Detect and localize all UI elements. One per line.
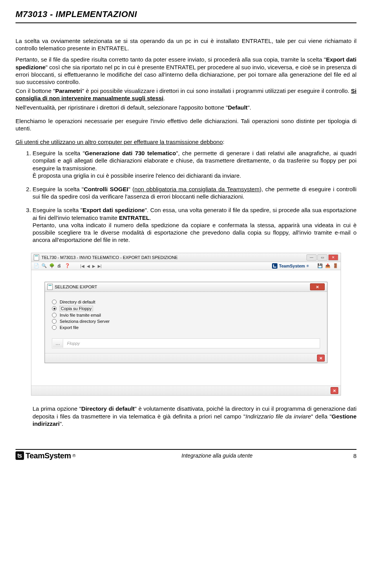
radio-export-file[interactable]: Export file <box>52 325 320 330</box>
radio-icon <box>52 306 57 311</box>
nav-prev-icon[interactable]: ◀ <box>87 264 90 268</box>
nav-last-icon[interactable]: ▶| <box>98 264 102 268</box>
embedded-screenshot: TEL730 - M73013 - INVIO TELEMATICO - EXP… <box>31 253 341 396</box>
dialog-close-button[interactable]: ✕ <box>310 283 325 290</box>
dialog-cancel-button[interactable]: ✕ <box>317 355 325 362</box>
radio-invio-email[interactable]: Invio file tramite email <box>52 313 320 317</box>
dialog-icon <box>47 284 53 290</box>
toolbar-icon-save[interactable]: 💾 <box>317 263 323 269</box>
dialog-statusbar: ✕ <box>45 353 327 363</box>
step-2: Eseguire la scelta "Controlli SOGEI" (no… <box>33 185 356 200</box>
footer-title: Integrazione alla guida utente <box>93 453 341 459</box>
floppy-label: Floppy <box>65 341 81 346</box>
doc-title: M73013 - IMPLEMENTAZIONI <box>16 9 137 19</box>
paragraph-6: Gli utenti che utilizzano un altro compu… <box>16 138 356 146</box>
toolbar-icon-help[interactable]: ❓ <box>65 263 70 269</box>
radio-icon <box>52 300 57 304</box>
window-titlebar: TEL730 - M73013 - INVIO TELEMATICO - EXP… <box>31 253 341 262</box>
paragraph-5: Elenchiamo le operazioni necessarie per … <box>16 117 356 132</box>
footer-logo-icon: ʦ <box>16 451 24 460</box>
paragraph-1: La scelta va ovviamente selezionata se s… <box>16 37 356 52</box>
toolbar-icon-print[interactable]: 🖨 <box>57 263 62 269</box>
app-toolbar: 📄 🔍 🌳 🖨 ❓ |◀ ◀ ▶ ▶| TeamSystem® 💾 📤 <box>31 262 341 270</box>
toolbar-icon-menu[interactable]: 📄 <box>34 263 39 269</box>
toolbar-icon-export[interactable]: 📤 <box>325 263 331 269</box>
paragraph-2: Pertanto, se il file da spedire risulta … <box>16 56 356 86</box>
radio-icon <box>52 325 57 330</box>
radio-icon <box>52 319 57 324</box>
page-footer: ʦ TeamSystem® Integrazione alla guida ut… <box>16 449 356 460</box>
page-number: 8 <box>341 453 356 459</box>
window-minimize-button[interactable]: — <box>307 254 317 261</box>
toolbar-icon-exit[interactable]: 🚪 <box>333 263 338 269</box>
app-icon <box>34 254 39 261</box>
step-1: Eseguire la scelta "Generazione dati 730… <box>33 149 356 179</box>
browse-button[interactable]: … <box>53 339 63 348</box>
paragraph-4: Nell'eventualità, per ripristinare i dir… <box>16 104 356 111</box>
toolbar-icon-tree[interactable]: 🌳 <box>49 263 55 269</box>
radio-copia-floppy[interactable]: Copia su Floppy <box>52 306 320 311</box>
closing-paragraph: La prima opzione "Directory di default" … <box>33 405 356 427</box>
dialog-title: SELEZIONE EXPORT <box>55 285 97 289</box>
window-title: TEL730 - M73013 - INVIO TELEMATICO - EXP… <box>41 255 178 260</box>
export-dialog: SELEZIONE EXPORT ✕ Directory di default … <box>45 282 327 363</box>
footer-brand: ʦ TeamSystem® <box>16 451 93 460</box>
app-cancel-button[interactable]: ✕ <box>331 387 338 394</box>
radio-directory-default[interactable]: Directory di default <box>52 300 320 304</box>
ellipsis-icon: … <box>55 341 60 346</box>
document-header: M73013 - IMPLEMENTAZIONI <box>16 9 356 23</box>
nav-next-icon[interactable]: ▶ <box>92 264 95 268</box>
steps-list: Eseguire la scelta "Generazione dati 730… <box>16 149 356 243</box>
step-3: Eseguire la scelta "Export dati spedizio… <box>33 206 356 243</box>
radio-seleziona-server[interactable]: Seleziona directory Server <box>52 319 320 324</box>
nav-first-icon[interactable]: |◀ <box>80 264 84 268</box>
radio-icon <box>52 313 57 317</box>
toolbar-icon-search[interactable]: 🔍 <box>41 263 47 269</box>
window-close-button[interactable]: ✕ <box>328 254 338 261</box>
window-maximize-button[interactable]: ▭ <box>317 254 327 261</box>
floppy-path-row: … Floppy <box>52 338 320 348</box>
dialog-titlebar: SELEZIONE EXPORT ✕ <box>45 282 327 292</box>
brand-logo-icon <box>272 263 277 269</box>
app-statusbar: ✕ <box>31 386 341 395</box>
paragraph-3: Con il bottone "Parametri" è poi possibi… <box>16 87 356 102</box>
brand-label: TeamSystem® <box>272 263 309 269</box>
